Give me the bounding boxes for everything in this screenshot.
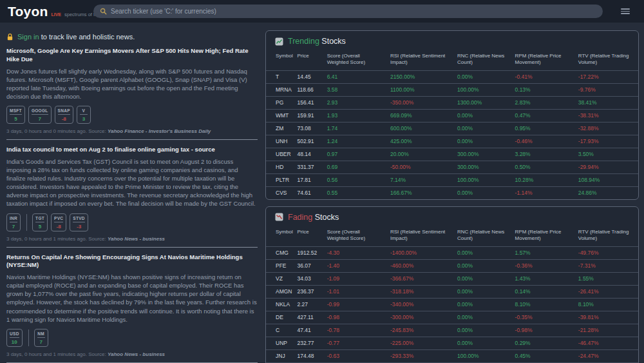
news-title[interactable]: Returns On Capital Are Showing Encouragi… <box>6 253 258 270</box>
ticker-chip[interactable]: TGT5 <box>32 213 48 231</box>
news-body: India's Goods and Services Tax (GST) Cou… <box>6 157 258 208</box>
ticker-chip[interactable]: GOOGL7 <box>28 106 52 124</box>
content: Sign in to track live and holistic news.… <box>0 23 644 363</box>
cell-rsi: 600.00% <box>385 122 452 135</box>
cell-rsi: 425.00% <box>385 135 452 148</box>
cell-rnc: 0.00% <box>452 272 510 285</box>
news-body: Navios Maritime Holdings (NYSE:NM) has s… <box>6 273 258 324</box>
cell-score: 1.24 <box>322 135 385 148</box>
lock-icon <box>6 33 14 41</box>
ticker-chip[interactable]: V3 <box>77 106 91 124</box>
search-input[interactable] <box>111 8 596 15</box>
stock-row[interactable]: PG156.412.93-350.00%1300.00%2.83%38.41% <box>266 96 638 109</box>
cell-rsi: -366.67% <box>385 272 452 285</box>
cell-price: 34.03 <box>292 272 321 285</box>
column-header: Price <box>292 50 321 70</box>
cell-rtv: 24.86% <box>573 186 638 199</box>
cell-rsi: 1100.00% <box>385 83 452 96</box>
cell-score: 1.93 <box>322 109 385 122</box>
chip-score: -8 <box>58 116 70 122</box>
ticker-chip[interactable]: USD10 <box>6 329 23 347</box>
cell-score: 0.55 <box>322 186 385 199</box>
cell-rpm: -0.46% <box>510 135 573 148</box>
stock-row[interactable]: AMGN236.37-1.01-318.18%0.00%0.14%-26.41% <box>266 285 638 298</box>
cell-score: -0.77 <box>322 337 385 349</box>
menu-icon[interactable] <box>621 7 630 15</box>
cell-score: 3.58 <box>322 83 385 96</box>
stock-row[interactable]: UNP232.77-0.77-225.00%0.00%0.29%-46.47% <box>266 337 638 349</box>
column-header: Symbol <box>266 226 292 246</box>
chip-group-divider <box>28 329 29 346</box>
cell-rsi: -50.00% <box>385 161 452 173</box>
news-article: Microsoft, Google Are Key Earnings Mover… <box>6 47 258 134</box>
stock-row[interactable]: NKLA2.27-0.99-340.00%0.00%8.10%8.10% <box>266 298 638 311</box>
ticker-chip-row: USD10NM7 <box>6 329 258 347</box>
column-header: RTV (Relative Trading Volume) <box>573 226 638 246</box>
cell-score: -1.01 <box>322 285 385 298</box>
column-header: RTV (Relative Trading Volume) <box>573 50 638 70</box>
cell-rnc: 0.00% <box>452 70 510 83</box>
chip-symbol: SNAP <box>58 108 70 115</box>
ticker-chip[interactable]: STVD-3 <box>70 213 88 231</box>
cell-rtv: 1.55% <box>573 272 638 285</box>
stock-row[interactable]: CMG1912.52-4.30-1400.00%0.00%1.57%-49.76… <box>266 246 638 259</box>
cell-symbol: WMT <box>266 109 292 122</box>
brand: Toyon LIVE spectrums of finance <box>8 4 93 19</box>
cell-score: 0.97 <box>322 148 385 161</box>
cell-rsi: 2150.00% <box>385 70 452 83</box>
cell-price: 502.91 <box>292 135 321 148</box>
stock-row[interactable]: PLTR17.810.567.14%100.00%10.28%108.94% <box>266 173 638 186</box>
stock-row[interactable]: ZM73.081.74600.00%0.00%0.95%-32.88% <box>266 122 638 135</box>
cell-price: 232.77 <box>292 337 321 349</box>
cell-rpm: -0.98% <box>510 324 573 337</box>
stock-row[interactable]: UBER48.140.9720.00%300.00%3.28%3.50% <box>266 148 638 161</box>
ticker-chip[interactable]: NM7 <box>34 329 48 347</box>
news-body: Dow Jones futures fell slightly early We… <box>6 67 258 101</box>
ticker-chip[interactable]: MSFT5 <box>6 106 25 124</box>
stock-row[interactable]: MRNA118.663.581100.00%100.00%0.13%-9.76% <box>266 83 638 96</box>
chart-down-icon <box>275 213 283 221</box>
stock-row[interactable]: WMT159.911.93669.09%0.00%0.47%-38.31% <box>266 109 638 122</box>
cell-price: 156.41 <box>292 96 321 109</box>
cell-symbol: PLTR <box>266 173 292 186</box>
cell-price: 427.11 <box>292 311 321 324</box>
cell-rtv: -17.22% <box>573 70 638 83</box>
cell-rtv: -9.76% <box>573 83 638 96</box>
news-source: Yahoo Finance - Investor's Business Dail… <box>108 128 211 134</box>
cell-rpm: 0.47% <box>510 109 573 122</box>
fading-stocks-card: Fading StocksSymbolPriceScore (Overall W… <box>265 206 639 363</box>
ticker-chip[interactable]: PVC-8 <box>51 213 66 231</box>
cell-score: -1.09 <box>322 272 385 285</box>
cell-rtv: -24.47% <box>573 349 638 362</box>
cell-price: 47.41 <box>292 324 321 337</box>
news-title[interactable]: Microsoft, Google Are Key Earnings Mover… <box>6 47 258 64</box>
cell-symbol: C <box>266 324 292 337</box>
cell-rpm: 10.28% <box>510 173 573 186</box>
stock-row[interactable]: T14.456.412150.00%0.00%-0.41%-17.22% <box>266 70 638 83</box>
stock-row[interactable]: CVS74.610.55166.67%0.00%-1.14%24.86% <box>266 186 638 199</box>
ticker-chip[interactable]: INR7 <box>6 213 21 231</box>
stock-row[interactable]: C47.41-0.78-245.83%0.00%-0.98%-21.28% <box>266 324 638 337</box>
ticker-chip[interactable]: SNAP-8 <box>55 106 73 124</box>
stock-row[interactable]: PFE36.07-1.40-460.00%0.00%-0.36%-7.31% <box>266 259 638 272</box>
stock-row[interactable]: JNJ174.48-0.63-293.33%100.00%0.45%-24.47… <box>266 349 638 362</box>
cell-rnc: 100.00% <box>452 173 510 186</box>
stock-row[interactable]: UNH502.911.24425.00%0.00%-0.46%-17.93% <box>266 135 638 148</box>
chip-symbol: GOOGL <box>32 108 48 115</box>
column-header: RSI (Relative Sentiment Impact) <box>385 226 452 246</box>
cell-price: 36.07 <box>292 259 321 272</box>
stock-row[interactable]: HD331.370.69-50.00%300.00%0.50%-29.94% <box>266 161 638 173</box>
chip-score: 5 <box>35 224 44 230</box>
cell-score: -0.78 <box>322 324 385 337</box>
cell-rnc: 0.00% <box>452 337 510 349</box>
signin-link[interactable]: Sign in <box>17 33 39 41</box>
cell-score: 1.74 <box>322 122 385 135</box>
news-meta: 3 days, 0 hours and 1 minutes ago. Sourc… <box>6 236 258 242</box>
card-title-accent: Trending <box>288 37 319 46</box>
stock-row[interactable]: VZ34.03-1.09-366.67%0.00%1.43%1.55% <box>266 272 638 285</box>
search-bar[interactable] <box>93 5 603 18</box>
news-title[interactable]: India tax council to meet on Aug 2 to fi… <box>6 146 258 154</box>
stock-row[interactable]: DE427.11-0.98-300.00%0.00%-0.35%-39.81% <box>266 311 638 324</box>
cell-symbol: UNH <box>266 135 292 148</box>
cell-rpm: 0.29% <box>510 337 573 349</box>
